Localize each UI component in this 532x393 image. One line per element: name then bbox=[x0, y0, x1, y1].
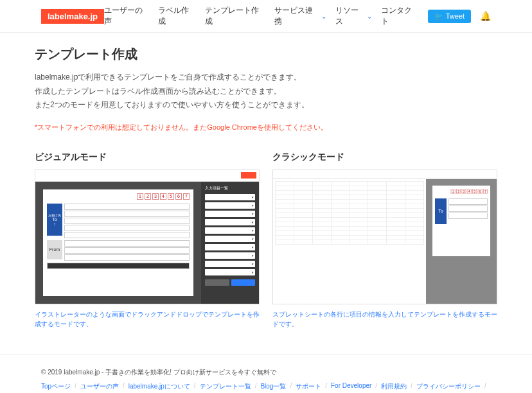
visual-mode-caption: イラストレーターのような画面でドラックアンドドロップでテンプレートを作成するモー… bbox=[35, 310, 260, 329]
nav-template-create[interactable]: テンプレート作成 bbox=[205, 5, 265, 27]
footer-link-developer[interactable]: For Developer bbox=[331, 382, 371, 391]
header: labelmake.jp ユーザーの声 ラベル作成 テンプレート作成 サービス連… bbox=[0, 0, 532, 33]
main: テンプレート作成 labelmake.jpで利用できるテンプレートをご自身で作成… bbox=[35, 33, 497, 354]
chevron-down-icon: ⌄ bbox=[367, 13, 372, 20]
twitter-icon: 🐦 bbox=[434, 12, 443, 21]
nav-contact[interactable]: コンタクト bbox=[381, 5, 419, 27]
nav-users-voice[interactable]: ユーザーの声 bbox=[104, 5, 149, 27]
logo[interactable]: labelmake.jp bbox=[41, 9, 104, 24]
classic-mode-title: クラシックモード bbox=[272, 152, 497, 163]
visual-mode-section: ビジュアルモード 1234567 お届け先To↑ bbox=[35, 152, 260, 329]
footer-link-support[interactable]: サポート bbox=[296, 382, 321, 391]
visual-mode-preview[interactable]: 1234567 お届け先To↑ From bbox=[35, 170, 260, 304]
tweet-button[interactable]: 🐦Tweet bbox=[428, 10, 471, 23]
classic-mode-caption: スプレットシートの各行に項目の情報を入力してテンプレートを作成するモードです。 bbox=[272, 310, 497, 329]
nav-resource[interactable]: リソース⌄ bbox=[335, 5, 373, 27]
chevron-down-icon: ⌄ bbox=[321, 13, 326, 20]
nav: ユーザーの声 ラベル作成 テンプレート作成 サービス連携⌄ リソース⌄ コンタク… bbox=[104, 5, 491, 27]
classic-mode-preview[interactable]: 1234567 To bbox=[272, 170, 497, 304]
footer-link-templates[interactable]: テンプレート一覧 bbox=[200, 382, 251, 391]
footer-link-terms[interactable]: 利用規約 bbox=[381, 382, 407, 391]
footer-links: Topページ/ ユーザーの声/ labelmake.jpについて/ テンプレート… bbox=[41, 382, 491, 393]
footer-link-top[interactable]: Topページ bbox=[41, 382, 71, 391]
nav-label-create[interactable]: ラベル作成 bbox=[158, 5, 196, 27]
nav-service-link[interactable]: サービス連携⌄ bbox=[274, 5, 326, 27]
bell-icon[interactable]: 🔔 bbox=[480, 11, 491, 21]
visual-mode-title: ビジュアルモード bbox=[35, 152, 260, 163]
page-description: labelmake.jpで利用できるテンプレートをご自身で作成することができます… bbox=[35, 71, 497, 112]
footer: © 2019 labelmake.jp - 手書きの作業を効率化! プロ向け新サ… bbox=[0, 354, 532, 393]
page-title: テンプレート作成 bbox=[35, 46, 497, 63]
footer-link-privacy[interactable]: プライバシーポリシー bbox=[416, 382, 481, 391]
footer-link-blog[interactable]: Blog一覧 bbox=[260, 382, 286, 391]
footer-link-voice[interactable]: ユーザーの声 bbox=[80, 382, 119, 391]
footer-link-about[interactable]: labelmake.jpについて bbox=[129, 382, 190, 391]
footer-copyright: © 2019 labelmake.jp - 手書きの作業を効率化! プロ向け新サ… bbox=[41, 368, 491, 377]
warning-text: *スマートフォンでの利用は想定しておりません。またGoogle Chromeを使… bbox=[35, 123, 497, 132]
classic-mode-section: クラシックモード bbox=[272, 152, 497, 329]
